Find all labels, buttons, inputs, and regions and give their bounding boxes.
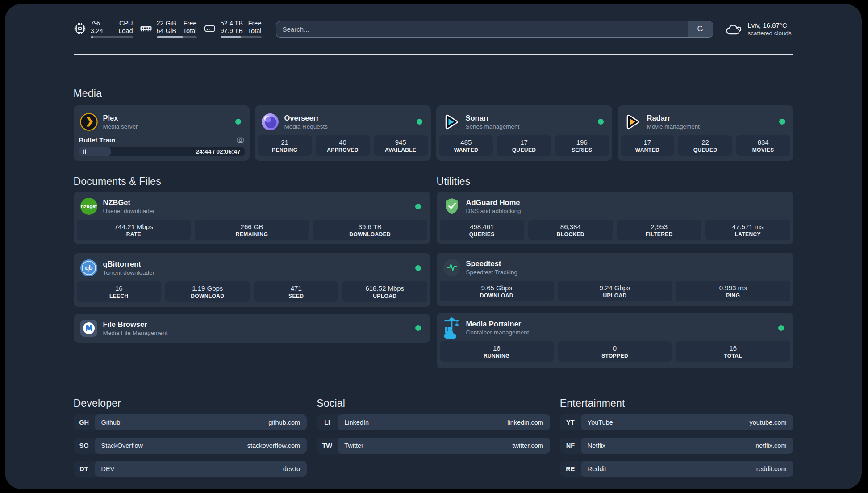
link-row-stackoverflow[interactable]: SO StackOverflowstackoverflow.com — [74, 438, 307, 454]
memory-progress-bar — [157, 36, 197, 38]
stat-tile: 9.24 GbpsUPLOAD — [558, 281, 672, 301]
playback-time: 24:44 / 02:06:47 — [196, 147, 241, 156]
stat-tile: 9.65 GbpsDOWNLOAD — [440, 281, 554, 301]
svg-text:qb: qb — [85, 264, 92, 272]
cpu-load-label: Load — [118, 27, 133, 35]
cpu-progress-bar — [91, 36, 133, 38]
stat-tile: 2,953FILTERED — [617, 220, 702, 240]
link-row-youtube[interactable]: YT YouTubeyoutube.com — [560, 414, 793, 430]
entertainment-links-column: Entertainment YT YouTubeyoutube.com NF N… — [560, 397, 793, 484]
link-row-github[interactable]: GH Githubgithub.com — [74, 414, 307, 430]
app-desc: Usenet downloader — [103, 207, 155, 215]
link-row-reddit[interactable]: RE Redditreddit.com — [560, 461, 793, 477]
stat-tile: 0.993 msPING — [676, 281, 790, 301]
status-dot — [598, 119, 604, 125]
link-row-twitter[interactable]: TW Twittertwitter.com — [317, 438, 550, 454]
link-url: reddit.com — [756, 465, 787, 472]
link-abbr: GH — [74, 414, 95, 430]
status-dot — [417, 119, 422, 125]
filebrowser-icon — [80, 319, 98, 337]
now-playing-title: Bullet Train — [79, 136, 116, 144]
link-url: linkedin.com — [507, 419, 543, 426]
speedtest-icon — [443, 259, 461, 276]
link-name: Github — [101, 419, 121, 426]
app-card-qbittorrent[interactable]: qb qBittorrent Torrent downloader 16LEEC… — [74, 253, 430, 307]
cpu-load-value: 3.24 — [91, 27, 103, 35]
memory-total-label: Total — [183, 27, 197, 35]
stat-tile: 196SERIES — [555, 135, 609, 156]
stat-tile: 16TOTAL — [676, 341, 790, 362]
link-name: Reddit — [588, 465, 606, 472]
app-name: NZBGet — [103, 198, 155, 207]
status-dot — [235, 119, 241, 125]
top-bar: 7%3.24 CPULoad 22 GiB64 Gi — [74, 18, 793, 40]
app-desc: Torrent downloader — [103, 269, 155, 276]
radarr-icon — [624, 113, 642, 131]
link-name: YouTube — [588, 419, 613, 426]
cpu-label: CPU — [118, 20, 133, 27]
storage-icon — [204, 22, 216, 35]
link-name: LinkedIn — [344, 419, 369, 426]
stat-tile: 945AVAILABLE — [374, 135, 428, 156]
stat-tile: 16RUNNING — [440, 341, 554, 362]
link-url: dev.to — [283, 465, 300, 472]
search-bar: G — [276, 21, 713, 38]
dashboard-panel: 7%3.24 CPULoad 22 GiB64 Gi — [5, 4, 862, 489]
app-card-sonarr[interactable]: Sonarr Series management 485WANTED 17QUE… — [436, 105, 612, 161]
app-card-overseerr[interactable]: Overseerr Media Requests 21PENDING 40APP… — [255, 105, 431, 161]
app-card-portainer[interactable]: Media Portainer Container management 16R… — [437, 313, 793, 368]
pause-icon — [82, 149, 87, 154]
stat-tile: 1.19 GbpsDOWNLOAD — [165, 281, 250, 302]
weather-condition: scattered clouds — [748, 29, 792, 37]
app-name: Overseerr — [284, 113, 328, 122]
playback-progress-bar[interactable]: 24:44 / 02:06:47 — [79, 147, 245, 156]
section-title-utilities: Utilities — [437, 175, 793, 188]
app-name: Plex — [103, 113, 138, 122]
search-input[interactable] — [276, 25, 626, 33]
section-title-media: Media — [74, 88, 793, 100]
status-dot — [415, 325, 421, 331]
app-card-filebrowser[interactable]: File Browser Media File Management — [74, 314, 430, 343]
overseerr-icon — [261, 113, 279, 131]
app-name: Sonarr — [466, 113, 520, 122]
sonarr-icon — [442, 113, 460, 131]
link-abbr: LI — [317, 414, 338, 430]
app-desc: Media Requests — [284, 123, 328, 130]
developer-links-column: Developer GH Githubgithub.com SO StackOv… — [74, 397, 307, 484]
storage-free-label: Free — [248, 20, 262, 27]
documents-column: Documents & Files nzbget NZBGet Usenet d… — [74, 175, 430, 368]
link-row-dev[interactable]: DT DEVdev.to — [74, 461, 307, 477]
stat-tile: 47.571 msLATENCY — [705, 220, 790, 240]
app-card-speedtest[interactable]: Speedtest Speedtest Tracking 9.65 GbpsDO… — [437, 253, 793, 306]
stat-tile: 744.21 MbpsRATE — [77, 220, 191, 240]
section-title-entertainment: Entertainment — [560, 397, 793, 409]
app-name: Media Portainer — [466, 319, 529, 328]
memory-free-value: 22 GiB — [157, 20, 176, 27]
link-row-linkedin[interactable]: LI LinkedInlinkedin.com — [317, 414, 550, 430]
weather-location-temp: Lviv, 16.87°C — [748, 21, 792, 29]
app-card-nzbget[interactable]: nzbget NZBGet Usenet downloader 744.21 M… — [74, 192, 430, 244]
stat-tile: 498,461QUERIES — [440, 220, 525, 240]
link-name: StackOverflow — [101, 442, 143, 449]
app-card-plex[interactable]: Plex Media server Bullet Train — [74, 105, 250, 161]
section-title-documents: Documents & Files — [74, 175, 430, 188]
stat-tile: 39.6 TBDOWNLOADED — [313, 220, 427, 240]
stat-tile: 16LEECH — [77, 281, 162, 302]
app-card-adguard[interactable]: AdGuard Home DNS and adblocking 498,461Q… — [437, 192, 793, 244]
link-row-netflix[interactable]: NF Netflixnetflix.com — [560, 438, 793, 454]
camera-icon — [237, 136, 244, 144]
search-engine-button[interactable]: G — [688, 21, 713, 37]
stat-tile: 17QUEUED — [497, 135, 551, 156]
app-desc: Movie management — [647, 123, 700, 130]
cpu-stat: 7%3.24 CPULoad — [74, 20, 133, 38]
link-abbr: DT — [74, 461, 95, 477]
stat-tile: 266 GBREMAINING — [195, 220, 309, 240]
stat-tile: 0STOPPED — [558, 341, 672, 362]
header-divider — [74, 54, 793, 55]
app-name: Speedtest — [466, 259, 518, 268]
stat-tile: 485WANTED — [439, 135, 493, 156]
storage-stat: 52.4 TB97.9 TB FreeTotal — [204, 20, 262, 38]
app-card-radarr[interactable]: Radarr Movie management 17WANTED 22QUEUE… — [618, 105, 793, 161]
app-desc: Speedtest Tracking — [466, 268, 518, 276]
status-dot — [415, 204, 421, 209]
